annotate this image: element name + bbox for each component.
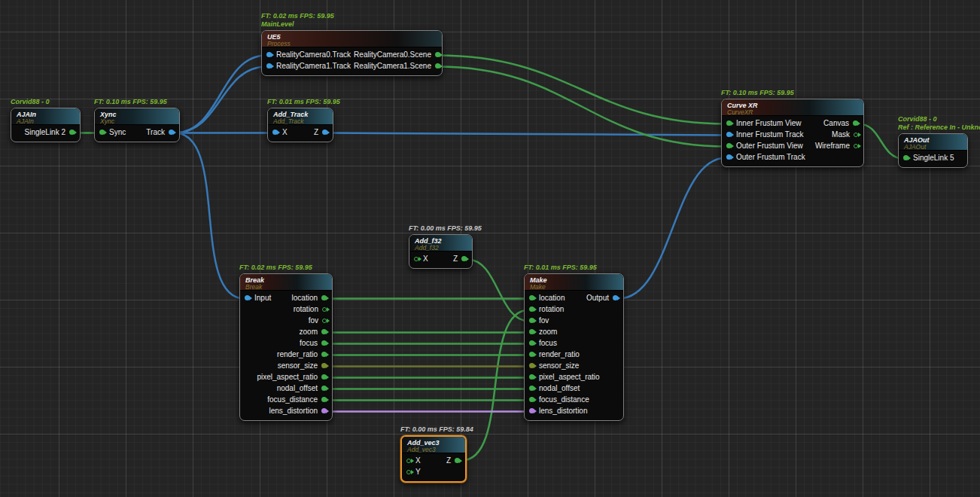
pin-label: Sync: [108, 127, 127, 138]
pin-row: Y: [402, 466, 465, 477]
pin-label: Y: [414, 466, 422, 477]
input-pin-focus[interactable]: [529, 340, 534, 346]
pin-label: Output: [585, 292, 610, 303]
pin-label: Wireframe: [814, 140, 851, 151]
input-pin-realitycamera0-track[interactable]: [266, 52, 272, 57]
output-pin-mask[interactable]: [854, 133, 858, 137]
pin-row: zoom: [240, 326, 332, 337]
pin-label: RealityCamera0.Scene: [352, 49, 433, 60]
node-xync[interactable]: XyncXyncSyncTrack: [94, 108, 180, 142]
input-pin-lens-distortion[interactable]: [529, 408, 534, 413]
input-pin-input[interactable]: [245, 295, 250, 300]
output-pin-rotation[interactable]: [322, 307, 327, 312]
input-pin-x[interactable]: [414, 257, 418, 261]
node-subtitle: CurveXR: [727, 109, 858, 116]
node-subtitle: Add_vec3: [407, 447, 460, 453]
input-pin-y[interactable]: [406, 470, 411, 474]
node-addf32[interactable]: Add_f32Add_f32XZ: [409, 234, 473, 269]
node-subtitle: Add_f32: [415, 245, 467, 252]
output-pin-lens-distortion[interactable]: [321, 408, 327, 413]
output-pin-track[interactable]: [169, 130, 174, 135]
node-body: SyncTrack: [95, 125, 179, 142]
node-header[interactable]: BreakBreak: [240, 274, 332, 291]
node-addvec3[interactable]: Add_vec3Add_vec3XZY: [400, 435, 467, 483]
output-pin-z[interactable]: [461, 256, 467, 261]
input-pin-singlelink-5[interactable]: [903, 155, 908, 160]
node-ue5[interactable]: UE5ProcessRealityCamera0.TrackRealityCam…: [261, 30, 443, 76]
node-header[interactable]: UE5Process: [262, 31, 442, 47]
input-pin-inner-frustum-track[interactable]: [726, 132, 732, 137]
output-pin-sensor-size[interactable]: [321, 363, 327, 368]
output-pin-canvas[interactable]: [853, 120, 858, 126]
pin-row: rotation: [240, 303, 332, 315]
output-pin-z[interactable]: [322, 130, 327, 135]
output-pin-fov[interactable]: [322, 319, 327, 323]
pin-row: Inner Frustum ViewCanvas: [722, 117, 863, 129]
output-pin-realitycamera1-scene[interactable]: [435, 63, 440, 69]
input-pin-sync[interactable]: [99, 130, 105, 135]
pin-label: Z: [452, 253, 459, 264]
node-header[interactable]: AJAInAJAIn: [11, 108, 80, 125]
input-pin-render-ratio[interactable]: [529, 352, 534, 357]
node-annotation: FT: 0.00 ms FPS: 59.84: [400, 425, 473, 434]
node-break[interactable]: BreakBreakInputlocationrotationfovzoomfo…: [239, 273, 333, 421]
input-pin-zoom[interactable]: [529, 329, 534, 334]
pin-row: pixel_aspect_ratio: [525, 371, 623, 383]
node-annotation: FT: 0.02 ms FPS: 59.95: [239, 264, 312, 272]
node-ajain[interactable]: AJAInAJAInSingleLink 2: [11, 108, 81, 142]
node-header[interactable]: AJAOutAJAOut: [899, 134, 967, 151]
node-body: locationOutputrotationfovzoomfocusrender…: [525, 291, 623, 420]
node-header[interactable]: Curve XRCurveXR: [722, 99, 863, 116]
output-pin-location[interactable]: [321, 295, 327, 300]
pin-row: render_ratio: [525, 349, 623, 360]
pin-row: SingleLink 5: [899, 152, 967, 163]
input-pin-x[interactable]: [272, 130, 278, 135]
input-pin-sensor-size[interactable]: [529, 363, 534, 368]
output-pin-zoom[interactable]: [321, 329, 327, 334]
input-pin-location[interactable]: [529, 295, 534, 300]
node-subtitle: Add_Track: [273, 118, 327, 125]
node-graph-canvas[interactable]: AJAInAJAInSingleLink 2Corvid88 - 0XyncXy…: [0, 0, 980, 497]
pin-label: render_ratio: [275, 349, 319, 360]
pin-label: Outer Frustum Track: [735, 151, 807, 163]
node-ajaout[interactable]: AJAOutAJAOutSingleLink 5: [898, 133, 968, 168]
input-pin-nodal-offset[interactable]: [529, 386, 534, 391]
node-header[interactable]: MakeMake: [525, 274, 623, 291]
output-pin-singlelink-2[interactable]: [69, 130, 75, 135]
node-title: UE5: [267, 33, 437, 41]
pin-label: zoom: [537, 326, 558, 337]
input-pin-fov[interactable]: [529, 318, 534, 323]
output-pin-nodal-offset[interactable]: [321, 386, 327, 391]
input-pin-outer-frustum-track[interactable]: [726, 154, 732, 160]
output-pin-focus[interactable]: [321, 340, 327, 346]
input-pin-inner-frustum-view[interactable]: [726, 120, 732, 126]
output-pin-focus-distance[interactable]: [321, 397, 327, 402]
node-make[interactable]: MakeMakelocationOutputrotationfovzoomfoc…: [524, 273, 624, 421]
node-addtrack[interactable]: Add_TrackAdd_TrackXZ: [267, 108, 333, 142]
output-pin-pixel-aspect-ratio[interactable]: [321, 374, 327, 380]
pin-row: pixel_aspect_ratio: [240, 371, 332, 383]
output-pin-output[interactable]: [613, 295, 618, 300]
node-header[interactable]: XyncXync: [95, 108, 179, 125]
node-curvexr[interactable]: Curve XRCurveXRInner Frustum ViewCanvasI…: [721, 99, 864, 167]
output-pin-realitycamera0-scene[interactable]: [435, 52, 440, 57]
pin-label: focus_distance: [266, 394, 319, 405]
input-pin-focus-distance[interactable]: [529, 397, 534, 402]
pin-row: focus_distance: [240, 394, 332, 405]
pin-row: SyncTrack: [95, 127, 179, 138]
pin-label: RealityCamera1.Track: [275, 60, 352, 72]
pin-label: fov: [537, 315, 550, 326]
node-header[interactable]: Add_vec3Add_vec3: [402, 437, 465, 453]
output-pin-z[interactable]: [455, 458, 460, 463]
node-header[interactable]: Add_f32Add_f32: [409, 235, 472, 252]
node-header[interactable]: Add_TrackAdd_Track: [268, 108, 333, 125]
pin-label: Mask: [830, 129, 851, 140]
output-pin-render-ratio[interactable]: [321, 352, 327, 357]
input-pin-x[interactable]: [406, 459, 411, 463]
pin-label: location: [537, 292, 566, 303]
input-pin-pixel-aspect-ratio[interactable]: [529, 374, 534, 380]
input-pin-outer-frustum-view[interactable]: [726, 143, 732, 148]
input-pin-realitycamera1-track[interactable]: [266, 63, 272, 69]
output-pin-wireframe[interactable]: [854, 144, 858, 148]
input-pin-rotation[interactable]: [529, 306, 534, 312]
